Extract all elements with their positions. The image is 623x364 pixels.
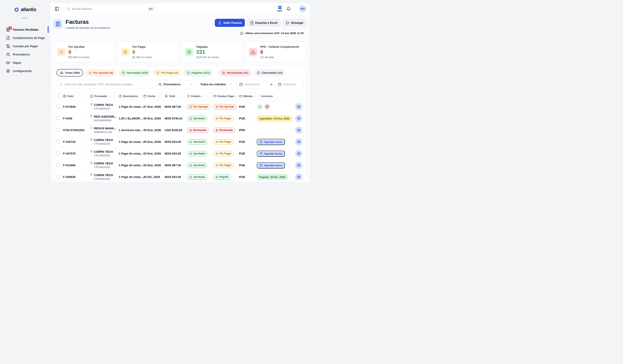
methods-select[interactable]: Todos los métodos	[198, 80, 234, 89]
sidebar-item-label: Proveedores	[13, 53, 30, 56]
sat-sync-status[interactable]: Última sincronización SAT: 14 ene 2026 1…	[237, 29, 307, 37]
app-logo: atlantis	[0, 0, 50, 12]
view-invoice-button[interactable]	[295, 162, 302, 169]
sort-icon[interactable]: ↓↑	[176, 95, 178, 97]
sidebar-item-cuentas-por-pagar[interactable]: Cuentas por Pagar	[0, 42, 50, 50]
column-header[interactable]: Descripción	[119, 95, 143, 98]
metodo-cell: PUE	[239, 105, 245, 108]
shield-question-icon: ?	[90, 127, 93, 129]
column-header[interactable]: Estatus Pago↓↑	[213, 95, 239, 98]
topbar-divider	[295, 6, 295, 11]
view-invoice-button[interactable]	[295, 115, 302, 122]
row-checkbox[interactable]	[57, 116, 60, 120]
row-checkbox[interactable]	[57, 128, 60, 131]
status-badge: Por Pagar	[213, 139, 234, 145]
row-checkbox[interactable]	[57, 175, 60, 178]
table-row[interactable]: F-514506CORPA TECHCTE160222I231 Pago de …	[54, 159, 307, 171]
global-search-input[interactable]: Buscar facturas... ⌘K	[64, 5, 156, 13]
view-invoice-button[interactable]	[295, 150, 302, 157]
sidebar-item-label: Complementos de Pago	[13, 36, 45, 40]
column-header[interactable]: Estatus↓↑	[187, 95, 213, 98]
view-invoice-button[interactable]	[295, 103, 302, 110]
refresh-icon	[286, 21, 289, 25]
view-invoice-button[interactable]	[295, 127, 302, 134]
view-invoice-button[interactable]	[295, 173, 302, 180]
user-avatar[interactable]: RO	[299, 5, 306, 13]
schedule-date-button[interactable]: Agendar fecha	[257, 139, 285, 145]
notifications-button[interactable]	[286, 6, 291, 12]
sort-icon[interactable]: ↓↑	[254, 95, 255, 97]
date-cell: 06 Ene, 2026	[143, 117, 161, 120]
row-checkbox[interactable]	[57, 163, 60, 167]
status-label: Rechazada	[193, 129, 206, 131]
row-checkbox[interactable]	[57, 151, 60, 155]
column-label: Método	[243, 95, 253, 98]
row-checkbox[interactable]	[57, 105, 60, 108]
clock-icon	[216, 152, 218, 155]
refresh-icon	[240, 32, 244, 35]
tab-canceladas[interactable]: Canceladas (13)	[254, 69, 286, 76]
view-invoice-button[interactable]	[295, 138, 302, 146]
sort-icon[interactable]: ↓↑	[235, 95, 236, 97]
schedule-date-button[interactable]: Agendar fecha	[257, 162, 285, 169]
column-header[interactable]: Folio	[63, 95, 90, 98]
table-row[interactable]: 5794-5794/3253?REGUS MANA...RMM080101V54…	[54, 124, 307, 136]
column-header[interactable]: Proveedor↓↑	[90, 95, 119, 98]
table-filter-input[interactable]: Filtrar por folio, proveedor, RFC, descr…	[57, 80, 153, 89]
schedule-date-button[interactable]: Agendar fecha	[257, 150, 285, 157]
column-header[interactable]: Total↓↑	[165, 95, 187, 98]
stat-value: 221	[197, 49, 219, 55]
date-end-input[interactable]: Fecha Fin	[275, 80, 304, 89]
column-label: Proveedor	[94, 95, 107, 98]
sidebar-item-facturas-recibidas[interactable]: 6 Facturas Recibidas	[0, 25, 50, 34]
sidebar-toggle-button[interactable]	[54, 6, 60, 12]
tab-por-aprobar[interactable]: Por Aprobar (6)	[85, 69, 116, 76]
sidebar-item-proveedores[interactable]: Proveedores	[0, 50, 50, 59]
tab-pagadas[interactable]: Pagadas (221)	[183, 69, 213, 76]
column-label: Estatus	[191, 95, 201, 98]
eye-icon	[297, 117, 301, 120]
column-header[interactable]: Método↓↑	[239, 95, 257, 98]
sidebar-item-configuracion[interactable]: Configuración	[0, 67, 50, 75]
row-checkbox[interactable]	[57, 140, 60, 143]
folio-cell: F-340635	[63, 175, 75, 179]
status-label: Aprobada	[193, 140, 205, 143]
sidebar-item-pagos[interactable]: Pagos	[0, 59, 50, 67]
status-badge: Rechazada	[187, 128, 209, 133]
date-start-input[interactable]: Fecha Inicio	[237, 80, 267, 89]
stat-value: 6	[133, 49, 152, 55]
approve-button[interactable]	[257, 104, 263, 110]
sidebar-overflow-dots[interactable]: •••	[0, 16, 50, 20]
circle-alert-icon	[257, 71, 260, 74]
table-row[interactable]: F-416742CORPA TECHCTE160222I231 Pago de …	[54, 136, 307, 148]
provider-rfc: RAE1609065H3	[94, 119, 119, 122]
sidebar-item-complementos-de-pago[interactable]: Complementos de Pago	[0, 34, 50, 42]
column-header[interactable]: Acciones	[257, 95, 295, 98]
search-shortcut-badge: ⌘K	[148, 7, 154, 11]
status-label: Por Pagar	[220, 117, 231, 120]
table-row[interactable]: F-340635CORPA TECHCTE160222I231 Pago de …	[54, 171, 307, 180]
sort-icon[interactable]: ↓↑	[156, 95, 158, 97]
credit-card-icon	[239, 95, 242, 98]
reload-button[interactable]: Recargar	[283, 19, 307, 27]
provider-name: CORPA TECH	[94, 138, 113, 142]
providers-select[interactable]: Proveedores	[156, 80, 195, 89]
select-all-checkbox[interactable]	[58, 94, 62, 98]
provider-name: REGUS MANA...	[94, 127, 116, 130]
status-label: Por Pagar	[220, 140, 231, 143]
tab-por-pagar[interactable]: Por Pagar (6)	[153, 69, 181, 76]
column-header[interactable]: Fecha↓↑	[143, 95, 165, 98]
status-badge: Por Aprobar	[187, 104, 210, 109]
tab-rechazadas[interactable]: Rechazadas (41)	[219, 69, 251, 76]
metodo-cell: PUE	[239, 140, 245, 144]
sort-icon[interactable]: ↓↑	[109, 95, 110, 97]
tab-aprobadas[interactable]: Aprobadas (220)	[118, 69, 151, 76]
table-row[interactable]: F-4436RDO ASESORI...RAE1609065H31.00 1 E…	[54, 113, 307, 124]
tab-todas[interactable]: Todas (280)	[57, 69, 83, 76]
table-row[interactable]: F-447070CORPA TECHCTE160222I231 Pago de …	[54, 148, 307, 159]
reject-button[interactable]	[264, 104, 270, 109]
sort-icon[interactable]: ↓↑	[202, 95, 203, 97]
upload-invoice-button[interactable]: Subir Factura	[215, 19, 245, 27]
export-excel-button[interactable]: Exportar a Excel	[247, 19, 281, 27]
table-row[interactable]: F-673849CORPA TECHCTE160222I231 Pago de …	[54, 101, 307, 113]
